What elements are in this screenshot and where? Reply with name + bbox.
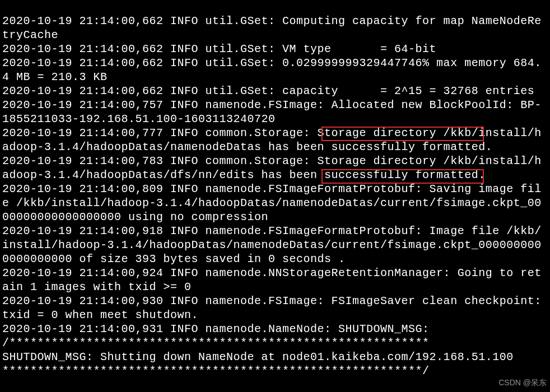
watermark: CSDN @呆东	[498, 376, 547, 390]
log-line: 2020-10-19 21:14:00,783 INFO common.Stor…	[2, 155, 542, 181]
log-line: 2020-10-19 21:14:00,662 INFO util.GSet: …	[2, 43, 436, 55]
log-line: 2020-10-19 21:14:00,662 INFO util.GSet: …	[2, 15, 542, 41]
log-line: 2020-10-19 21:14:00,918 INFO namenode.FS…	[2, 225, 542, 265]
log-line: 2020-10-19 21:14:00,662 INFO util.GSet: …	[2, 57, 542, 83]
log-line: SHUTDOWN_MSG: Shutting down NameNode at …	[2, 351, 514, 363]
log-line: 2020-10-19 21:14:00,924 INFO namenode.NN…	[2, 267, 542, 293]
log-line: /***************************************…	[2, 337, 430, 349]
log-line: 2020-10-19 21:14:00,930 INFO namenode.FS…	[2, 295, 548, 321]
terminal-output: 2020-10-19 21:14:00,662 INFO util.GSet: …	[0, 0, 550, 392]
log-line: 2020-10-19 21:14:00,757 INFO namenode.FS…	[2, 99, 542, 125]
log-line: ****************************************…	[2, 365, 430, 377]
log-line: 2020-10-19 21:14:00,662 INFO util.GSet: …	[2, 85, 534, 97]
log-line: 2020-10-19 21:14:00,809 INFO namenode.FS…	[2, 183, 542, 223]
log-line: 2020-10-19 21:14:00,931 INFO namenode.Na…	[2, 323, 430, 335]
log-line: 2020-10-19 21:14:00,777 INFO common.Stor…	[2, 127, 542, 153]
